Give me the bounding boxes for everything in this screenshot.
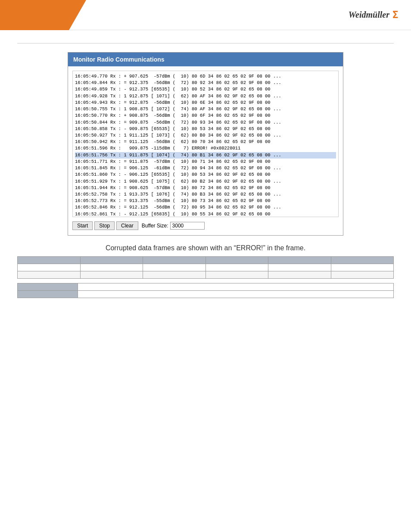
log-line: 16:05:50.755 Tx : 1 908.875 [ 1072] ( 74… [75, 106, 336, 112]
log-line: 16:05:51.860 Tx : - 906.125 [65535] ( 10… [75, 171, 336, 178]
small-label-cell [18, 291, 78, 298]
small-table-row [18, 291, 394, 298]
col-header-3 [143, 257, 206, 264]
page-header: Weidmüller Ʃ [0, 0, 411, 30]
log-line: 16:05:50.927 Tx : 1 911.125 [ 1073] ( 62… [75, 132, 336, 139]
cell [206, 271, 268, 279]
cell [331, 271, 394, 279]
main-data-table [17, 256, 394, 279]
cell [18, 271, 81, 279]
small-value-cell [78, 291, 394, 298]
small-value-cell [78, 283, 394, 291]
cell [18, 264, 81, 271]
start-button[interactable]: Start [72, 221, 93, 230]
log-line: 16:05:49.859 Tx : - 912.375 [65535] ( 10… [75, 86, 336, 93]
log-line: 16:05:49.844 Rx : = 912.375 -56dBm ( 72)… [75, 80, 336, 86]
monitor-log[interactable]: 16:05:49.770 Rx : + 907.625 -57dBm ( 10)… [72, 71, 339, 217]
header-orange-bar [0, 0, 86, 30]
logo-text: Weidmüller [349, 10, 389, 20]
log-line: 16:05:51.596 Rx : 909.875 -115dBm ( 7) E… [75, 145, 336, 152]
log-line: 16:05:52.773 Rx : = 913.375 -55dBm ( 10)… [75, 198, 336, 204]
monitor-body: 16:05:49.770 Rx : + 907.625 -57dBm ( 10)… [68, 66, 343, 235]
col-header-6 [331, 257, 394, 264]
logo-icon: Ʃ [392, 9, 398, 21]
clear-button[interactable]: Clear [116, 221, 138, 230]
log-line: 16:05:52.861 Tx : - 912.125 [65835] ( 10… [75, 211, 336, 217]
log-line: 16:05:51.845 Rx : = 906.125 -61dBm ( 72)… [75, 165, 336, 171]
table-row [18, 271, 394, 279]
col-header-5 [268, 257, 331, 264]
buffer-size-label: Buffer Size: [142, 223, 168, 229]
monitor-controls: Start Stop Clear Buffer Size: [72, 221, 339, 231]
table-row [18, 264, 394, 271]
monitor-radio-box: Monitor Radio Communications 16:05:49.77… [68, 52, 343, 236]
log-line: 16:05:49.770 Rx : + 907.625 -57dBm ( 10)… [75, 73, 336, 80]
section-divider [17, 43, 394, 44]
cell [80, 271, 143, 279]
log-line: 16:05:49.943 Rx : = 912.875 -56dBm ( 10)… [75, 100, 336, 106]
small-label-cell [18, 283, 78, 291]
log-line: 16:05:51.929 Tx : 1 908.625 [ 1075] ( 62… [75, 178, 336, 185]
log-line: 16:05:51.944 Rx : = 908.625 -57dBm ( 10)… [75, 185, 336, 191]
log-line: 16:05:50.942 Rx : = 911.125 -56dBm ( 62)… [75, 139, 336, 145]
log-line: 16:05:51.756 Tx : 1 911.875 [ 1074] ( 74… [75, 152, 336, 159]
logo-area: Weidmüller Ʃ [349, 9, 398, 21]
monitor-header: Monitor Radio Communications [68, 53, 343, 66]
cell [80, 264, 143, 271]
cell [268, 264, 331, 271]
cell [268, 271, 331, 279]
stop-button[interactable]: Stop [94, 221, 115, 230]
log-line: 16:05:49.928 Tx : 1 912.875 [ 1071] ( 62… [75, 93, 336, 100]
cell [143, 271, 206, 279]
col-header-1 [18, 257, 81, 264]
log-line: 16:05:52.846 Rx : = 912.125 -56dBm ( 72)… [75, 204, 336, 211]
cell [331, 264, 394, 271]
log-line: 16:05:50.770 Rx : + 908.875 -56dBm ( 10)… [75, 112, 336, 119]
log-line: 16:05:50.858 Tx : - 909.875 [65535] ( 10… [75, 126, 336, 132]
description-text: Corrupted data frames are shown with an … [17, 244, 394, 252]
col-header-4 [206, 257, 268, 264]
col-header-2 [80, 257, 143, 264]
small-table-row [18, 283, 394, 291]
small-data-table [17, 283, 394, 298]
log-line: 16:05:51.771 Rx : = 911.875 -57dBm ( 10)… [75, 159, 336, 165]
log-line: 16:05:52.758 Tx : 1 913.375 [ 1076] ( 74… [75, 191, 336, 198]
cell [206, 264, 268, 271]
buffer-size-input[interactable] [170, 222, 205, 230]
cell [143, 264, 206, 271]
log-line: 16:05:50.844 Rx : = 909.875 -56dBm ( 72)… [75, 119, 336, 126]
table-header-row [18, 257, 394, 264]
main-content: Monitor Radio Communications 16:05:49.77… [0, 30, 411, 311]
